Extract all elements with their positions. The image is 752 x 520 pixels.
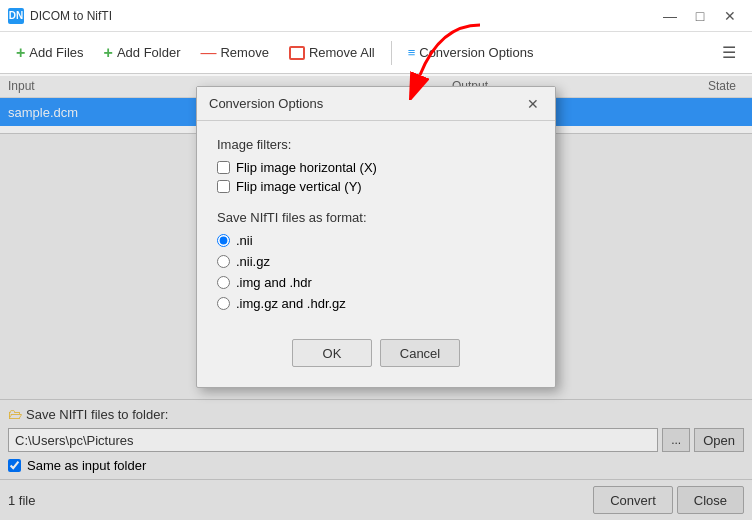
window-controls: — □ ✕ xyxy=(656,6,744,26)
flip-horizontal-checkbox[interactable] xyxy=(217,161,230,174)
list-icon: ≡ xyxy=(408,45,416,60)
save-format-label: Save NIfTI files as format: xyxy=(217,210,535,225)
format-nii-gz-radio[interactable] xyxy=(217,255,230,268)
format-nii-radio[interactable] xyxy=(217,234,230,247)
app-title: DICOM to NifTI xyxy=(30,9,650,23)
remove-all-button[interactable]: Remove All xyxy=(281,41,383,64)
format-img-gz-hdr-gz-label: .img.gz and .hdr.gz xyxy=(236,296,346,311)
hamburger-icon: ☰ xyxy=(722,43,736,62)
flip-vertical-label: Flip image vertical (Y) xyxy=(236,179,362,194)
format-img-gz-hdr-gz-radio[interactable] xyxy=(217,297,230,310)
ok-button[interactable]: OK xyxy=(292,339,372,367)
format-img-gz-hdr-gz-item[interactable]: .img.gz and .hdr.gz xyxy=(217,296,535,311)
folder-plus-icon: + xyxy=(104,44,113,62)
flip-horizontal-checkbox-item[interactable]: Flip image horizontal (X) xyxy=(217,160,535,175)
modal-overlay: Conversion Options ✕ Image filters: Flip… xyxy=(0,76,752,520)
format-nii-gz-item[interactable]: .nii.gz xyxy=(217,254,535,269)
minimize-button[interactable]: — xyxy=(656,6,684,26)
toolbar: + Add Files + Add Folder — Remove Remove… xyxy=(0,32,752,74)
dialog-title-bar: Conversion Options ✕ xyxy=(197,87,555,121)
conversion-options-button[interactable]: ≡ Conversion Options xyxy=(400,41,542,64)
dialog-close-button[interactable]: ✕ xyxy=(523,94,543,114)
remove-button[interactable]: — Remove xyxy=(192,40,276,66)
maximize-button[interactable]: □ xyxy=(686,6,714,26)
format-img-hdr-radio[interactable] xyxy=(217,276,230,289)
add-folder-label: Add Folder xyxy=(117,45,181,60)
flip-vertical-checkbox-item[interactable]: Flip image vertical (Y) xyxy=(217,179,535,194)
format-img-hdr-item[interactable]: .img and .hdr xyxy=(217,275,535,290)
add-folder-button[interactable]: + Add Folder xyxy=(96,40,189,66)
flip-vertical-checkbox[interactable] xyxy=(217,180,230,193)
menu-button[interactable]: ☰ xyxy=(714,39,744,66)
format-nii-label: .nii xyxy=(236,233,253,248)
remove-icon: — xyxy=(200,44,216,62)
title-bar: DN DICOM to NifTI — □ ✕ xyxy=(0,0,752,32)
format-img-hdr-label: .img and .hdr xyxy=(236,275,312,290)
add-files-label: Add Files xyxy=(29,45,83,60)
dialog-button-group: OK Cancel xyxy=(217,331,535,371)
conversion-options-dialog: Conversion Options ✕ Image filters: Flip… xyxy=(196,86,556,388)
remove-label: Remove xyxy=(220,45,268,60)
dialog-title: Conversion Options xyxy=(209,96,323,111)
dialog-content: Image filters: Flip image horizontal (X)… xyxy=(197,121,555,387)
add-files-button[interactable]: + Add Files xyxy=(8,40,92,66)
close-window-button[interactable]: ✕ xyxy=(716,6,744,26)
format-nii-item[interactable]: .nii xyxy=(217,233,535,248)
remove-all-label: Remove All xyxy=(309,45,375,60)
remove-all-icon xyxy=(289,46,305,60)
image-filters-group: Flip image horizontal (X) Flip image ver… xyxy=(217,160,535,194)
toolbar-separator xyxy=(391,41,392,65)
image-filters-label: Image filters: xyxy=(217,137,535,152)
plus-icon: + xyxy=(16,44,25,62)
conversion-options-label: Conversion Options xyxy=(419,45,533,60)
format-nii-gz-label: .nii.gz xyxy=(236,254,270,269)
cancel-button[interactable]: Cancel xyxy=(380,339,460,367)
app-icon: DN xyxy=(8,8,24,24)
format-radio-group: .nii .nii.gz .img and .hdr .img.gz and .… xyxy=(217,233,535,311)
flip-horizontal-label: Flip image horizontal (X) xyxy=(236,160,377,175)
